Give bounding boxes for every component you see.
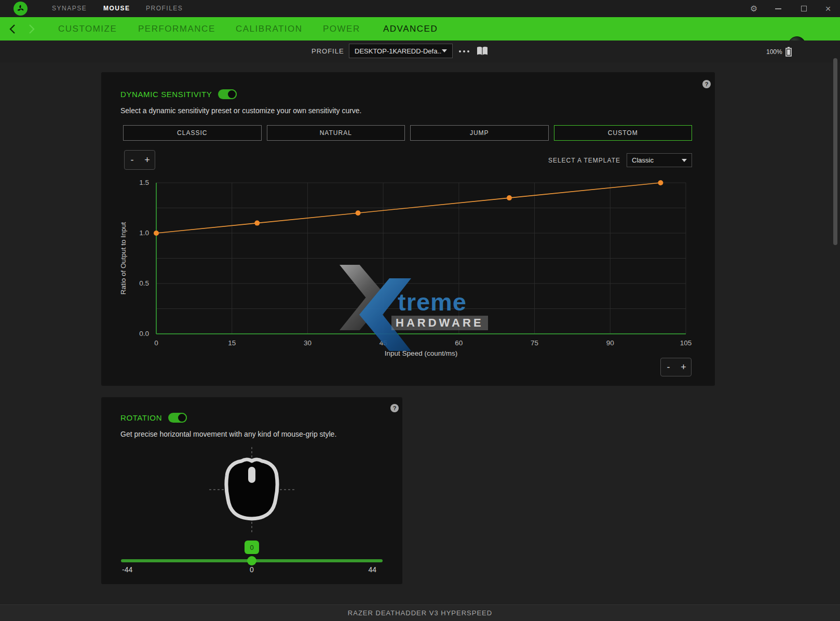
curve-point-handle[interactable] (254, 221, 260, 226)
curve-point-handle[interactable] (507, 195, 512, 200)
x-tick-label: 105 (680, 339, 692, 347)
preset-natural-button[interactable]: NATURAL (267, 125, 405, 141)
rotation-slider-labels: -44 0 44 (121, 565, 383, 575)
toggle-knob (227, 89, 237, 99)
device-navbar: CUSTOMIZE PERFORMANCE CALIBRATION POWER … (0, 17, 840, 40)
y-tick-label: 1.5 (139, 179, 149, 186)
preset-jump-button[interactable]: JUMP (410, 125, 549, 141)
settings-gear-icon[interactable]: ⚙ (743, 0, 764, 17)
template-dropdown-value: Classic (632, 156, 682, 164)
slider-min-label: -44 (122, 565, 132, 574)
dynamic-sensitivity-description: Select a dynamic sensitivity preset or c… (120, 106, 362, 115)
slider-max-label: 44 (368, 565, 376, 574)
help-icon[interactable]: ? (390, 404, 399, 412)
zoom-stepper: - + (124, 150, 155, 170)
x-tick-label: 0 (154, 339, 158, 347)
tab-customize[interactable]: CUSTOMIZE (58, 17, 117, 40)
zoom-stepper-secondary: - + (660, 358, 692, 376)
mouse-rotation-illustration (195, 444, 309, 537)
forward-arrow-icon[interactable] (25, 22, 38, 36)
scrollbar-thumb[interactable] (833, 58, 837, 245)
rotation-panel: ? ROTATION Get precise horizontal moveme… (101, 397, 402, 584)
razer-logo-icon (13, 2, 28, 16)
tab-calibration[interactable]: CALIBRATION (236, 17, 303, 40)
y-tick-label: 0.0 (139, 330, 149, 338)
zoom-in-button[interactable]: + (140, 151, 155, 169)
more-options-icon[interactable] (459, 50, 469, 52)
sensitivity-curve-chart[interactable]: 01530456075901050.00.51.01.5Input Speed … (120, 177, 698, 363)
titlebar: SYNAPSE MOUSE PROFILES ⚙ × (0, 0, 840, 17)
curve-point-handle[interactable] (356, 210, 361, 215)
rotation-description: Get precise horizontal movement with any… (120, 430, 336, 438)
zoom-out-button[interactable]: - (125, 151, 140, 169)
close-button[interactable]: × (818, 0, 838, 17)
minimize-button[interactable] (768, 0, 789, 17)
titlebar-tab-profiles[interactable]: PROFILES (146, 0, 183, 17)
help-icon[interactable]: ? (702, 80, 711, 88)
template-label: SELECT A TEMPLATE (548, 157, 620, 164)
chevron-down-icon (442, 49, 447, 52)
preset-custom-button[interactable]: CUSTOM (554, 125, 693, 141)
titlebar-tab-mouse[interactable]: MOUSE (103, 0, 130, 17)
x-tick-label: 30 (304, 339, 311, 347)
tab-advanced[interactable]: ADVANCED (383, 17, 438, 40)
x-tick-label: 45 (380, 339, 387, 347)
profile-label: PROFILE (311, 47, 344, 55)
preset-button-group: CLASSIC NATURAL JUMP CUSTOM (123, 125, 692, 141)
x-tick-label: 75 (531, 339, 538, 347)
library-book-icon[interactable] (477, 46, 488, 58)
back-arrow-icon[interactable] (5, 22, 19, 36)
dynamic-sensitivity-title: DYNAMIC SENSITIVITY (120, 90, 212, 99)
toggle-knob (177, 413, 187, 423)
profile-toolbar: PROFILE DESKTOP-1KAREDD-Defa... 100% (0, 40, 840, 62)
zoom-in-button[interactable]: + (676, 358, 691, 376)
battery-percent: 100% (766, 48, 782, 56)
slider-center-label: 0 (250, 565, 254, 574)
profile-dropdown-value: DESKTOP-1KAREDD-Defa... (355, 47, 442, 55)
zoom-out-button[interactable]: - (661, 358, 676, 376)
rotation-title: ROTATION (120, 413, 162, 422)
x-axis-title: Input Speed (count/ms) (385, 349, 457, 357)
battery-icon (785, 47, 792, 57)
chevron-down-icon (682, 159, 687, 162)
device-footer-bar: RAZER DEATHADDER V3 HYPERSPEED (0, 604, 840, 621)
rotation-value-badge: 0 (245, 541, 259, 554)
preset-classic-button[interactable]: CLASSIC (123, 125, 262, 141)
profile-dropdown[interactable]: DESKTOP-1KAREDD-Defa... (349, 44, 453, 58)
dynamic-sensitivity-panel: ? DYNAMIC SENSITIVITY Select a dynamic s… (101, 72, 715, 386)
template-dropdown[interactable]: Classic (627, 153, 692, 167)
y-tick-label: 0.5 (139, 279, 149, 287)
razer-synapse-window: SYNAPSE MOUSE PROFILES ⚙ × CUSTOMIZE PER… (0, 0, 840, 621)
rotation-slider-knob[interactable] (247, 556, 256, 565)
y-axis-title: Ratio of Output to Input (120, 222, 127, 294)
x-tick-label: 90 (606, 339, 614, 347)
dynamic-sensitivity-toggle[interactable] (218, 89, 237, 99)
y-tick-label: 1.0 (139, 229, 149, 237)
titlebar-tab-synapse[interactable]: SYNAPSE (52, 0, 87, 17)
curve-point-handle[interactable] (658, 180, 663, 185)
tab-power[interactable]: POWER (323, 17, 360, 40)
x-tick-label: 60 (455, 339, 463, 347)
device-name: RAZER DEATHADDER V3 HYPERSPEED (348, 609, 492, 617)
rotation-toggle[interactable] (168, 413, 187, 423)
curve-point-handle[interactable] (154, 231, 159, 236)
tab-performance[interactable]: PERFORMANCE (138, 17, 215, 40)
x-tick-label: 15 (228, 339, 236, 347)
scroll-wheel-icon (248, 467, 255, 483)
maximize-button[interactable] (793, 0, 814, 17)
